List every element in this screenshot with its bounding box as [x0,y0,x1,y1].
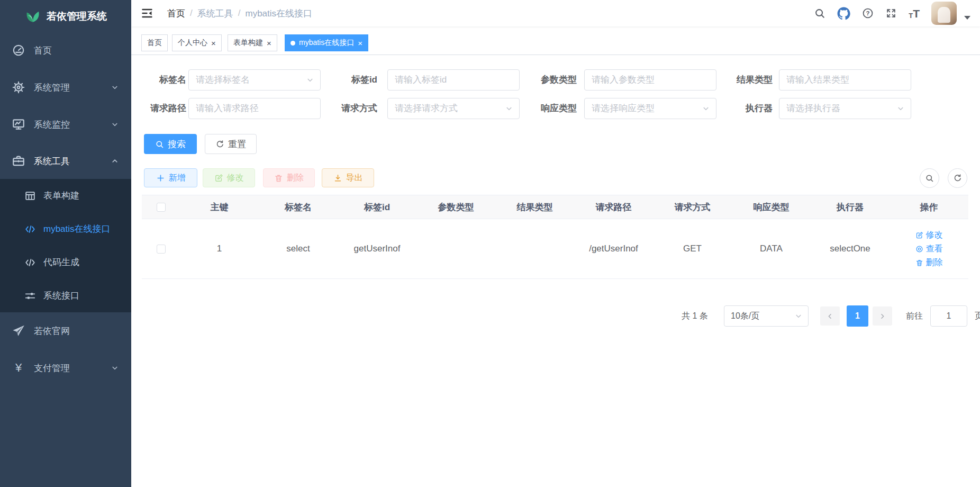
close-icon[interactable]: × [358,39,362,47]
download-icon [333,174,342,183]
goto-page-input[interactable] [930,305,967,327]
page-number-button[interactable]: 1 [847,305,868,327]
refresh-table-button[interactable] [948,168,967,188]
response-type-label: 响应类型 [529,98,577,119]
table-grid-icon [24,190,36,202]
request-path-field[interactable] [188,98,321,119]
edit-icon [915,231,923,239]
dashboard-icon [12,43,25,57]
breadcrumb-separator: / [190,8,193,19]
close-icon[interactable]: × [267,39,271,47]
tag-name-select[interactable]: 请选择标签名 [188,69,321,91]
cell-executor: selectOne [811,219,890,279]
tags-view-bar: 首页 个人中心 × 表单构建 × mybatis在线接口 × [131,26,980,55]
result-type-label: 结果类型 [725,69,773,91]
github-icon[interactable] [837,7,850,20]
chevron-down-icon [305,75,315,85]
sidebar-item-code-generator[interactable]: 代码生成 [0,246,131,279]
sidebar-item-label: 表单构建 [43,190,79,202]
sidebar-item-system-tools[interactable]: 系统工具 [0,143,131,179]
sidebar-item-system-api[interactable]: 系统接口 [0,279,131,312]
page-size-select[interactable]: 10条/页 [724,305,809,327]
param-type-input[interactable] [585,70,716,90]
app-logo[interactable]: 若依管理系统 [0,0,131,33]
param-type-label: 参数类型 [529,69,577,91]
row-edit-link[interactable]: 修改 [915,230,943,241]
tag-id-input[interactable] [388,70,519,90]
sidebar-item-system-manage[interactable]: 系统管理 [0,69,131,106]
sidebar-item-form-builder[interactable]: 表单构建 [0,179,131,212]
search-icon [925,174,934,183]
chevron-down-icon [110,83,120,92]
tab-mybatis-online-api[interactable]: mybatis在线接口 × [285,34,368,51]
plus-icon [156,174,165,183]
next-page-button [873,306,892,326]
select-all-checkbox[interactable] [157,203,166,212]
response-type-select[interactable]: 请选择响应类型 [584,98,716,119]
result-type-field[interactable] [779,69,911,91]
goto-label: 前往 [906,305,923,327]
row-delete-link[interactable]: 删除 [915,257,943,268]
app-title: 若依管理系统 [47,10,107,23]
search-icon [155,140,164,149]
app-window: 若依管理系统 首页 系统管理 系统监控 系统工具 表单构建 [0,0,980,487]
reset-button[interactable]: 重置 [205,134,257,154]
font-size-icon[interactable]: TT [909,8,920,19]
sidebar-item-ruoyi-website[interactable]: 若依官网 [0,312,131,349]
cell-tag-name: select [259,219,338,279]
result-type-input[interactable] [779,70,911,90]
cell-primary-key: 1 [180,219,259,279]
refresh-icon [215,140,224,149]
cell-tag-id: getUserInof [338,219,416,279]
avatar[interactable] [931,2,957,25]
col-request-path: 请求路径 [574,195,653,219]
table-header-row: 主键 标签名 标签id 参数类型 结果类型 请求路径 请求方式 响应类型 执行器… [142,195,968,219]
row-checkbox[interactable] [157,245,166,254]
sidebar-collapse-icon[interactable] [141,7,153,20]
search-button[interactable]: 搜索 [144,134,197,154]
sidebar-item-label: 若依官网 [34,325,70,337]
export-button[interactable]: 导出 [322,168,374,187]
row-actions: 修改 查看 删除 [890,230,968,268]
toggle-search-button[interactable] [920,168,939,188]
chevron-left-icon [826,312,834,320]
add-button[interactable]: 新增 [144,168,197,187]
fullscreen-icon[interactable] [885,7,897,19]
top-navbar: 首页 / 系统工具 / mybatis在线接口 TT [131,0,980,26]
code-icon [24,257,36,268]
col-response-type: 响应类型 [732,195,811,219]
request-method-select[interactable]: 请选择请求方式 [387,98,520,119]
chevron-down-icon [794,311,803,321]
data-table: 主键 标签名 标签id 参数类型 结果类型 请求路径 请求方式 响应类型 执行器… [142,195,968,279]
request-path-input[interactable] [189,98,320,119]
page-unit-label: 页 [975,305,980,327]
chevron-up-icon [110,156,120,166]
tag-id-label: 标签id [332,69,377,91]
sidebar-item-payment-manage[interactable]: ¥ 支付管理 [0,349,131,386]
param-type-field[interactable] [584,69,716,91]
col-tag-id: 标签id [338,195,416,219]
refresh-icon [953,174,962,183]
row-view-link[interactable]: 查看 [915,244,943,255]
tab-home[interactable]: 首页 [141,34,168,51]
breadcrumb: 首页 / 系统工具 / mybatis在线接口 [167,0,312,26]
sidebar-item-home[interactable]: 首页 [0,32,131,69]
tab-form-builder[interactable]: 表单构建 × [228,34,277,51]
executor-select[interactable]: 请选择执行器 [779,98,911,119]
logo-leaf-icon [24,8,41,25]
active-dot [291,41,295,46]
search-icon[interactable] [814,7,825,19]
sidebar-item-system-monitor[interactable]: 系统监控 [0,106,131,143]
cell-param-type [416,219,495,279]
cell-result-type [495,219,574,279]
avatar-caret-icon[interactable] [964,16,970,20]
close-icon[interactable]: × [211,39,216,47]
help-icon[interactable] [862,7,874,19]
yen-icon: ¥ [12,361,25,375]
tab-profile[interactable]: 个人中心 × [172,34,222,51]
tag-id-field[interactable] [387,69,520,91]
breadcrumb-home[interactable]: 首页 [167,7,185,20]
sidebar-item-mybatis-online-api[interactable]: mybatis在线接口 [0,212,131,246]
chevron-down-icon [110,363,120,373]
chevron-right-icon [878,312,886,320]
